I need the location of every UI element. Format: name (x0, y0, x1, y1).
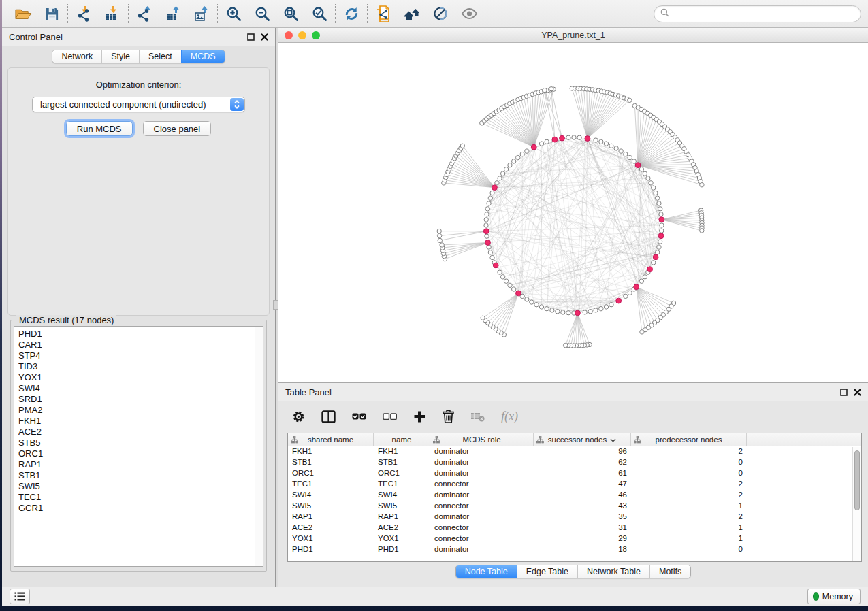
mcds-result-item[interactable]: TID3 (18, 361, 263, 372)
table-cell: 1 (631, 533, 747, 544)
mcds-result-item[interactable]: TEC1 (18, 492, 263, 503)
table-scrollbar[interactable] (852, 447, 861, 561)
table-cell: SWI5 (288, 501, 374, 512)
export-table-icon[interactable] (164, 5, 182, 22)
tab-motifs[interactable]: Motifs (649, 565, 690, 578)
mcds-list-scrollbar[interactable] (255, 327, 263, 566)
table-row[interactable]: SWI4SWI4dominator462 (288, 490, 861, 501)
mcds-result-item[interactable]: SRD1 (18, 394, 263, 405)
show-eye-icon[interactable] (460, 5, 478, 22)
table-cell: STB1 (288, 457, 374, 468)
table-cell: FKH1 (288, 446, 374, 457)
column-header-name[interactable]: name (374, 433, 430, 446)
table-row[interactable]: TEC1TEC1connector472 (288, 479, 861, 490)
tab-node-table[interactable]: Node Table (456, 565, 517, 578)
split-panel-icon[interactable] (321, 410, 336, 423)
table-cell: TEC1 (288, 479, 374, 490)
mcds-result-item[interactable]: ORC1 (18, 448, 263, 459)
open-file-icon[interactable] (14, 5, 32, 22)
zoom-in-icon[interactable] (225, 5, 242, 22)
network-canvas[interactable] (278, 43, 868, 382)
network-graph[interactable] (278, 43, 868, 382)
table-cell: connector (430, 523, 534, 533)
memory-button[interactable]: Memory (807, 589, 861, 604)
mcds-result-item[interactable]: STB1 (18, 470, 263, 481)
network-window-title: YPA_prune.txt_1 (278, 31, 868, 40)
table-cell: 0 (631, 468, 747, 479)
mcds-result-item[interactable]: YOX1 (18, 372, 263, 383)
table-row[interactable]: YOX1YOX1connector291 (288, 533, 861, 544)
refresh-icon[interactable] (342, 5, 360, 22)
table-row[interactable]: STB1STB1dominator620 (288, 457, 861, 468)
gear-icon[interactable] (292, 410, 305, 423)
close-panel-icon[interactable] (261, 33, 268, 41)
table-row[interactable]: PHD1PHD1dominator180 (288, 544, 861, 555)
table-cell: 2 (631, 479, 747, 490)
mcds-result-item[interactable]: GCR1 (18, 503, 263, 514)
import-table-icon[interactable] (103, 5, 121, 22)
table-row[interactable]: SWI5SWI5connector431 (288, 501, 861, 512)
column-label: name (392, 435, 412, 444)
mcds-result-item[interactable]: ACE2 (18, 427, 263, 437)
export-image-icon[interactable] (193, 5, 210, 22)
column-header-shared-name[interactable]: shared name (288, 433, 374, 446)
run-mcds-button[interactable]: Run MCDS (66, 121, 133, 136)
table-row[interactable]: ACE2ACE2connector311 (288, 523, 861, 533)
mcds-result-item[interactable]: PHD1 (18, 329, 263, 340)
export-network-icon[interactable] (135, 5, 153, 22)
add-row-icon[interactable] (413, 410, 426, 423)
select-all-icon[interactable] (352, 413, 366, 420)
deselect-all-icon[interactable] (383, 413, 397, 420)
tab-select[interactable]: Select (139, 50, 181, 63)
cytoscape-window: Control Panel NetworkStyleSelectMCDS Opt… (2, 0, 868, 606)
mcds-result-item[interactable]: SWI5 (18, 481, 263, 492)
tab-style[interactable]: Style (101, 50, 139, 63)
tab-edge-table[interactable]: Edge Table (517, 565, 577, 578)
task-history-button[interactable] (10, 589, 30, 604)
table-row[interactable]: ORC1ORC1dominator610 (288, 468, 861, 479)
zoom-fit-icon[interactable] (282, 5, 300, 22)
main-toolbar (2, 0, 868, 28)
node-table: shared namenameMCDS rolesuccessor nodesp… (287, 433, 862, 562)
home-pages-icon[interactable] (403, 5, 421, 22)
table-scrollbar-thumb[interactable] (854, 450, 860, 510)
delete-table-icon (470, 412, 485, 422)
search-input[interactable] (673, 9, 854, 18)
table-cell: dominator (430, 490, 534, 501)
column-header-successor-nodes[interactable]: successor nodes (534, 433, 631, 446)
column-header-MCDS-role[interactable]: MCDS role (430, 433, 534, 446)
zoom-out-icon[interactable] (253, 5, 271, 22)
table-row[interactable]: FKH1FKH1dominator962 (288, 446, 861, 457)
table-panel-title: Table Panel (285, 387, 332, 397)
zoom-selected-icon[interactable] (310, 5, 328, 22)
table-cell: PHD1 (288, 544, 374, 555)
tab-network[interactable]: Network (52, 50, 101, 63)
table-cell: ORC1 (374, 468, 430, 479)
mcds-result-item[interactable]: SWI4 (18, 383, 263, 394)
tab-mcds[interactable]: MCDS (181, 50, 225, 63)
table-cell: SWI4 (288, 490, 374, 501)
float-panel-icon[interactable] (247, 33, 255, 41)
delete-row-icon[interactable] (443, 410, 454, 423)
close-panel-icon[interactable] (854, 389, 861, 396)
mcds-result-item[interactable]: STB5 (18, 437, 263, 448)
criterion-select[interactable]: largest connected component (undirected) (32, 97, 245, 112)
table-cell: dominator (430, 544, 534, 555)
hide-glasses-icon[interactable] (432, 5, 449, 22)
table-row[interactable]: RAP1RAP1dominator352 (288, 512, 861, 523)
import-network-icon[interactable] (75, 5, 93, 22)
mcds-result-item[interactable]: FKH1 (18, 416, 263, 427)
save-session-icon[interactable] (43, 5, 61, 22)
tab-network-table[interactable]: Network Table (577, 565, 649, 578)
toolbar-group (336, 5, 367, 22)
control-panel-title: Control Panel (9, 32, 63, 42)
close-panel-button[interactable]: Close panel (143, 121, 212, 136)
mcds-result-item[interactable]: RAP1 (18, 459, 263, 470)
column-header-predecessor-nodes[interactable]: predecessor nodes (631, 433, 747, 446)
mcds-result-item[interactable]: CAR1 (18, 340, 263, 350)
mcds-result-item[interactable]: PMA2 (18, 405, 263, 416)
float-panel-icon[interactable] (840, 389, 848, 396)
mcds-result-item[interactable]: STP4 (18, 350, 263, 361)
splitter-grip[interactable] (273, 300, 278, 310)
share-document-icon[interactable] (374, 5, 392, 22)
